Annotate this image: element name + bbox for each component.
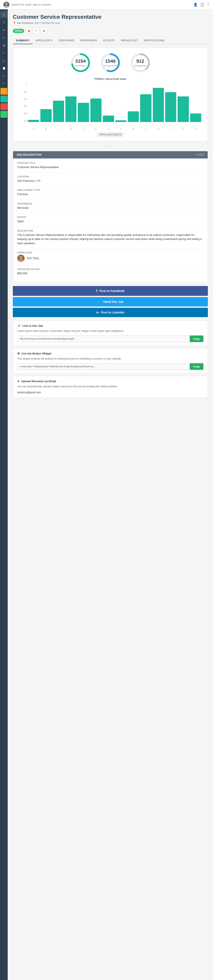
bar-s4 — [190, 113, 201, 122]
y-axis: 500 400 300 200 100 0 — [19, 84, 27, 122]
bar-s3 — [115, 120, 127, 122]
job-description-card: JOB DESCRIPTION ✏ EDIT Position Title Cu… — [13, 151, 208, 283]
description-value: The Customer Service Representative is r… — [17, 233, 203, 245]
pin-icon: 📍 — [13, 22, 16, 24]
chart-badge: APPLICANTS/DAYS — [97, 132, 124, 137]
bar-t3 — [140, 94, 151, 122]
field-experience: Experience Mid-level — [17, 203, 203, 210]
svg-point-0 — [5, 3, 8, 5]
link-copy-button[interactable]: Copy — [190, 336, 203, 342]
sidebar-item-home[interactable]: ⌂ — [0, 11, 7, 18]
topnav: 👤 📋 ⠿ — [0, 0, 213, 10]
employment-type-value: Full-time — [17, 192, 203, 196]
widget-section-desc: This widget embeds the buttons for shari… — [17, 357, 203, 361]
bar-s1 — [28, 120, 39, 122]
jd-header-title: JOB DESCRIPTION — [16, 153, 42, 156]
link-copy-row: Copy — [17, 336, 203, 342]
resumes-value: 3154 — [75, 59, 86, 64]
bar-s2 — [103, 116, 114, 122]
preview-link[interactable]: Preview this post — [41, 22, 60, 24]
resumes-label: Resumes — [75, 65, 85, 67]
sidebar-item-grid[interactable]: ▦ — [0, 42, 7, 49]
widget-icon: ⚙ — [17, 352, 20, 355]
status-badge: OPEN — [13, 29, 24, 33]
bar-t2 — [78, 103, 89, 122]
interviews-circle: 1546 Interviews — [100, 52, 121, 73]
twitter-icon: 🐦 — [97, 300, 101, 304]
field-location: Location San Francisco, CA — [17, 175, 203, 183]
svg-point-9 — [19, 256, 22, 259]
sidebar-item-circle[interactable]: ◎ — [0, 34, 7, 41]
tab-activity[interactable]: Activity — [100, 37, 118, 44]
field-status: Status Open — [17, 216, 203, 224]
email-icon: ✈ — [17, 380, 20, 383]
status-value: Open — [17, 219, 203, 224]
link-input[interactable] — [17, 336, 190, 342]
social-share: f Post to Facebook 🐦 Tweet this Job in P… — [13, 286, 208, 317]
sidebar-item-arrows[interactable]: ⇅ — [0, 73, 7, 80]
bookmark-button[interactable]: 🔖 — [26, 28, 32, 34]
tab-broadcast[interactable]: Broadcast — [118, 37, 141, 44]
twitter-share-button[interactable]: 🐦 Tweet this Job — [13, 297, 208, 307]
experience-value: Mid-level — [17, 206, 203, 210]
tab-summary[interactable]: Summary — [13, 37, 32, 44]
widget-copy-button[interactable]: Copy — [190, 363, 203, 370]
interviews-value: 1546 — [104, 59, 117, 64]
tab-interviews[interactable]: Interviews — [77, 37, 100, 44]
grid-icon[interactable]: ⠿ — [207, 3, 210, 6]
hiring-lead: Tom Tizzy — [17, 255, 203, 262]
user-icon[interactable]: 👤 — [193, 3, 198, 6]
location-text: San Francisco, CA — [17, 22, 38, 24]
search-input[interactable] — [11, 3, 193, 6]
sidebar-item-plus[interactable]: ⊕ — [0, 57, 7, 64]
sidebar-item-scissors[interactable]: ✂ — [0, 80, 7, 87]
edit-label: EDIT — [199, 153, 204, 156]
bar-w1 — [66, 96, 77, 122]
link-icon: 🔗 — [17, 324, 21, 328]
edit-button[interactable]: ✏ — [34, 28, 40, 34]
linkedin-label: Post to Linkedin — [101, 311, 124, 314]
linkedin-share-button[interactable]: in Post to Linkedin — [13, 308, 208, 317]
bar-m1 — [40, 109, 51, 122]
pencil-icon: ✏ — [195, 153, 198, 156]
field-position-title: Position Title Customer Service Represen… — [17, 162, 203, 169]
chart-area: 500 400 300 200 100 0 — [19, 84, 201, 126]
resumes-stat: 3154 Resumes — [70, 52, 91, 73]
link-section-desc: Lorem ipsum dolor sit amet, consectetur … — [17, 329, 203, 333]
delete-button[interactable]: 🗑 — [41, 28, 47, 34]
chart-container: 500 400 300 200 100 0 — [17, 84, 203, 137]
sidebar-item-clock[interactable]: ⌚ — [0, 65, 7, 72]
bar-t4 — [165, 92, 176, 122]
tab-notifications[interactable]: Notifications — [141, 37, 168, 44]
link-title-text: Link to this Job — [22, 324, 43, 328]
salary-value: $58,000 — [17, 271, 203, 275]
sidebar-item-menu[interactable]: ☰ — [0, 19, 7, 25]
facebook-label: Post to Facebook — [99, 289, 125, 293]
link-section: 🔗 Link to this Job Lorem ipsum dolor sit… — [13, 321, 208, 346]
tab-applicants[interactable]: Applicants — [32, 37, 56, 44]
facebook-icon: f — [96, 289, 97, 293]
facebook-share-button[interactable]: f Post to Facebook — [13, 286, 208, 296]
interviews-stat: 1546 Interviews — [100, 52, 121, 73]
page-header: Customer Service Representative 📍 San Fr… — [13, 14, 208, 24]
tabs: Summary Applicants Job Board Interviews … — [13, 37, 208, 44]
widget-input[interactable] — [17, 363, 190, 370]
email-title-text: Upload Resumes by Email — [21, 380, 56, 383]
forwards-value: 912 — [134, 59, 146, 64]
link-section-title: 🔗 Link to this Job — [17, 324, 203, 328]
document-icon[interactable]: 📋 — [200, 3, 205, 6]
separator: • — [39, 22, 40, 24]
field-employment-type: Employment Type Full-time — [17, 189, 203, 196]
sidebar-item-red[interactable] — [0, 103, 7, 110]
jd-edit-button[interactable]: ✏ EDIT — [195, 153, 204, 156]
sidebar-item-star[interactable]: ✦ — [0, 49, 7, 56]
sidebar-item-diamond[interactable]: ◈ — [0, 27, 7, 33]
tab-job-board[interactable]: Job Board — [55, 37, 77, 44]
bar-f1 — [90, 99, 101, 122]
jd-body: Position Title Customer Service Represen… — [13, 159, 208, 282]
sidebar-item-check[interactable]: ✓ — [0, 88, 7, 95]
twitter-label: Tweet this Job — [103, 300, 123, 304]
sidebar-item-green[interactable] — [0, 111, 7, 118]
bar-t1 — [53, 101, 64, 122]
sidebar-item-teal[interactable] — [0, 95, 7, 102]
